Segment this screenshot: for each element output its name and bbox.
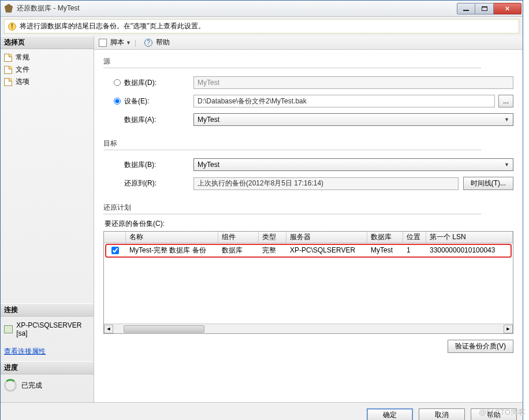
titlebar[interactable]: 还原数据库 - MyTest × [1, 1, 523, 17]
source-db-field: MyTest [193, 76, 513, 89]
progress-ring-icon [4, 379, 17, 392]
cancel-button[interactable]: 取消 [419, 408, 465, 420]
connection-header: 连接 [1, 303, 94, 317]
browse-device-button[interactable]: ... [498, 95, 513, 107]
script-dropdown[interactable]: 脚本 [110, 38, 124, 47]
maximize-button[interactable] [475, 3, 494, 14]
minimize-button[interactable] [457, 3, 475, 14]
target-db-dropdown[interactable]: MyTest▼ [193, 158, 513, 171]
page-icon [4, 66, 12, 74]
restore-db-window: 还原数据库 - MyTest × 将进行源数据库的结尾日志备份。在"选项"页上查… [0, 0, 523, 420]
app-icon [4, 4, 13, 13]
warning-icon [8, 23, 16, 31]
info-banner: 将进行源数据库的结尾日志备份。在"选项"页上查看此设置。 [4, 19, 519, 34]
timeline-button[interactable]: 时间线(T)... [463, 177, 513, 190]
help-button[interactable]: 帮助 [156, 38, 170, 47]
source-group: 源 数据库(D): MyTest 设备(E): D:\Database\备份文件… [103, 57, 513, 132]
source-db-radio[interactable] [114, 79, 121, 86]
script-icon [99, 39, 107, 47]
sidebar-item-files[interactable]: 文件 [2, 64, 92, 76]
sidebar-item-options[interactable]: 选项 [2, 76, 92, 88]
sets-label: 要还原的备份集(C): [105, 219, 513, 229]
target-group: 目标 数据库(B): MyTest▼ 还原到(R): 上次执行的备份(2012年… [103, 139, 513, 196]
help-icon: ? [144, 39, 152, 47]
horizontal-scrollbar[interactable]: ◄► [104, 324, 513, 333]
view-connection-props-link[interactable]: 查看连接属性 [4, 347, 90, 356]
sidebar-item-general[interactable]: 常规 [2, 51, 92, 64]
device-path-field[interactable]: D:\Database\备份文件2\MyTest.bak [193, 95, 495, 107]
plan-group: 还原计划 要还原的备份集(C): 名称 组件 类型 服务器 数据库 位置 第一个… [103, 203, 513, 353]
page-icon [4, 78, 12, 86]
dialog-footer: 确定 取消 帮助 [1, 402, 523, 420]
close-button[interactable]: × [494, 3, 521, 14]
window-title: 还原数据库 - MyTest [17, 3, 457, 13]
source-device-radio[interactable] [114, 98, 121, 105]
page-icon [4, 54, 12, 62]
progress-status: 已完成 [1, 374, 94, 402]
watermark: @51CTO博客 [479, 407, 526, 418]
restore-row-checkbox[interactable] [111, 247, 119, 254]
connection-item: XP-PC\SQLSERVER [sa] [4, 320, 90, 339]
server-icon [4, 325, 13, 333]
verify-media-button[interactable]: 验证备份介质(V) [448, 340, 513, 353]
table-row[interactable]: MyTest-完整 数据库 备份 数据库 完整 XP-PC\SQLSERVER … [104, 244, 513, 257]
chevron-down-icon[interactable]: ▼ [126, 40, 131, 46]
ok-button[interactable]: 确定 [367, 408, 413, 420]
source-db-dropdown[interactable]: MyTest▼ [193, 113, 513, 126]
toolbar: 脚本 ▼ | ? 帮助 [94, 36, 523, 50]
progress-header: 进度 [1, 361, 94, 374]
info-banner-text: 将进行源数据库的结尾日志备份。在"选项"页上查看此设置。 [20, 21, 205, 31]
chevron-down-icon: ▼ [504, 117, 509, 122]
backup-sets-grid[interactable]: 名称 组件 类型 服务器 数据库 位置 第一个 LSN MyTest-完整 数据… [103, 231, 513, 334]
sidebar: 选择页 常规 文件 选项 连接 XP-PC\SQLSERVER [sa] 查看连… [1, 36, 94, 402]
restore-to-field: 上次执行的备份(2012年8月5日 17:16:14) [193, 177, 459, 190]
select-page-header: 选择页 [1, 36, 94, 49]
chevron-down-icon: ▼ [504, 162, 509, 168]
